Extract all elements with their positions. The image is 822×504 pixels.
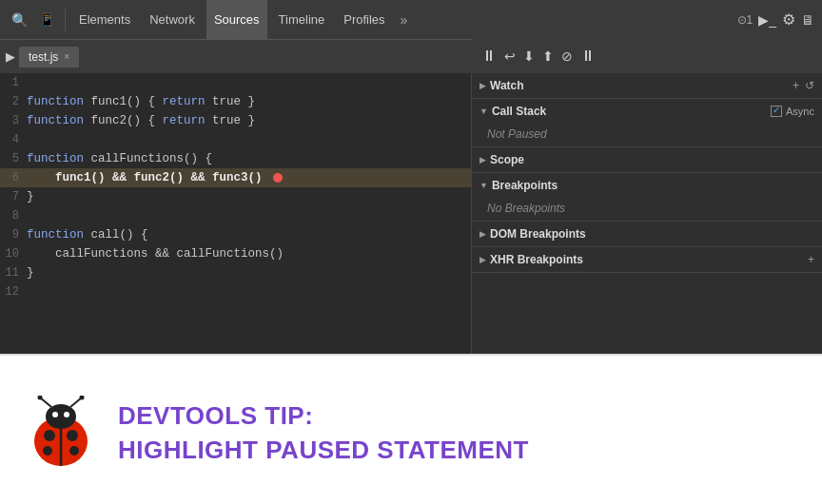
code-line-9: 9 function call() { bbox=[0, 225, 471, 244]
file-tab-close[interactable]: × bbox=[64, 51, 69, 62]
dom-breakpoints-title: DOM Breakpoints bbox=[490, 227, 586, 241]
async-checkbox-area: Async bbox=[771, 106, 814, 117]
more-tabs-icon[interactable]: » bbox=[397, 12, 412, 28]
debug-controls: ⏸ ↩ ⬇ ⬆ ⊘ ⏸ bbox=[472, 39, 822, 73]
terminal-icon[interactable]: ▶_ bbox=[758, 12, 776, 28]
code-line-8: 8 bbox=[0, 206, 471, 225]
code-line-2: 2 function func1() { return true } bbox=[0, 92, 471, 111]
watch-section: ▶ Watch + ↺ bbox=[472, 73, 822, 99]
xhr-breakpoints-actions: + bbox=[808, 253, 814, 266]
step-over-icon[interactable]: ↩ bbox=[504, 48, 516, 64]
code-editor[interactable]: 1 2 function func1() { return true } 3 f… bbox=[0, 73, 471, 301]
run-to-line-icon[interactable]: ▶ bbox=[6, 49, 15, 64]
watch-triangle: ▶ bbox=[480, 81, 486, 90]
watch-title: Watch bbox=[490, 79, 524, 92]
svg-point-11 bbox=[52, 412, 58, 417]
disable-breakpoints-icon[interactable]: ⊘ bbox=[561, 48, 573, 64]
xhr-breakpoints-title: XHR Breakpoints bbox=[490, 253, 583, 266]
file-tab-name: test.js bbox=[29, 50, 58, 64]
scope-title: Scope bbox=[490, 153, 524, 166]
call-stack-section: ▼ Call Stack Async Not Paused bbox=[472, 99, 822, 147]
breakpoints-section: ▼ Breakpoints No Breakpoints bbox=[472, 173, 822, 222]
watch-header[interactable]: ▶ Watch + ↺ bbox=[472, 73, 822, 98]
thread-counter: ⊙1 bbox=[737, 13, 754, 27]
breakpoints-status: No Breakpoints bbox=[472, 198, 822, 221]
call-stack-status: Not Paused bbox=[472, 124, 822, 146]
scope-section: ▶ Scope bbox=[472, 147, 822, 173]
tip-text: DevTools Tip: Highlight Paused Statement bbox=[118, 401, 529, 464]
step-into-icon[interactable]: ⬇ bbox=[523, 48, 535, 64]
pause-icon[interactable]: ⏸ bbox=[481, 48, 497, 65]
ladybug-icon bbox=[23, 396, 99, 472]
code-line-12: 12 bbox=[0, 282, 471, 301]
async-label: Async bbox=[786, 106, 814, 117]
breakpoints-triangle: ▼ bbox=[480, 181, 488, 190]
call-stack-title: Call Stack bbox=[492, 105, 546, 118]
display-icon[interactable]: 🖥 bbox=[801, 12, 814, 28]
code-line-3: 3 function func2() { return true } bbox=[0, 111, 471, 130]
right-panel: ▶ Watch + ↺ ▼ Call Stack Async bbox=[472, 73, 822, 354]
settings-icon[interactable]: ⚙ bbox=[782, 10, 795, 29]
tab-elements[interactable]: Elements bbox=[71, 0, 138, 39]
xhr-breakpoints-section: ▶ XHR Breakpoints + bbox=[472, 247, 822, 273]
svg-point-6 bbox=[69, 446, 79, 456]
mobile-icon[interactable]: 📱 bbox=[35, 12, 59, 28]
breakpoints-header[interactable]: ▼ Breakpoints bbox=[472, 173, 822, 198]
code-line-6: 6 func1() && func2() && func3() bbox=[0, 168, 471, 187]
call-stack-header[interactable]: ▼ Call Stack Async bbox=[472, 99, 822, 124]
watch-actions: + ↺ bbox=[793, 79, 814, 92]
async-checkbox[interactable] bbox=[771, 106, 782, 117]
breakpoints-title: Breakpoints bbox=[492, 179, 558, 192]
xhr-add-icon[interactable]: + bbox=[808, 253, 814, 266]
code-line-5: 5 function callFunctions() { bbox=[0, 149, 471, 168]
tab-profiles[interactable]: Profiles bbox=[336, 0, 392, 39]
tab-timeline[interactable]: Timeline bbox=[271, 0, 333, 39]
top-toolbar: 🔍 📱 Elements Network Sources Timeline Pr… bbox=[0, 0, 822, 39]
dom-breakpoints-triangle: ▶ bbox=[480, 229, 486, 239]
file-tab-testjs[interactable]: test.js × bbox=[19, 47, 79, 68]
dom-breakpoints-header[interactable]: ▶ DOM Breakpoints bbox=[472, 222, 822, 246]
code-line-10: 10 callFunctions && callFunctions() bbox=[0, 244, 471, 263]
tab-network[interactable]: Network bbox=[142, 0, 203, 39]
xhr-breakpoints-triangle: ▶ bbox=[480, 255, 486, 264]
code-line-4: 4 bbox=[0, 130, 471, 149]
toolbar-separator bbox=[65, 9, 66, 31]
scope-triangle: ▶ bbox=[480, 155, 486, 165]
svg-point-5 bbox=[43, 446, 52, 456]
xhr-breakpoints-header[interactable]: ▶ XHR Breakpoints + bbox=[472, 247, 822, 272]
tip-title-line2: Highlight Paused Statement bbox=[118, 436, 529, 465]
dom-breakpoints-section: ▶ DOM Breakpoints bbox=[472, 222, 822, 247]
svg-point-4 bbox=[67, 430, 78, 441]
pause-on-exception-icon[interactable]: ⏸ bbox=[580, 48, 596, 65]
code-line-7: 7 } bbox=[0, 187, 471, 206]
devtools-body: 1 2 function func1() { return true } 3 f… bbox=[0, 73, 822, 354]
svg-point-3 bbox=[44, 430, 55, 441]
watch-add-icon[interactable]: + bbox=[793, 79, 799, 92]
watch-refresh-icon[interactable]: ↺ bbox=[805, 79, 814, 92]
toolbar-right-actions: ⊙1 ▶_ ⚙ 🖥 bbox=[737, 10, 814, 29]
svg-point-12 bbox=[64, 412, 69, 417]
call-stack-triangle: ▼ bbox=[480, 107, 488, 116]
code-line-1: 1 bbox=[0, 73, 471, 92]
code-line-11: 11 } bbox=[0, 263, 471, 282]
search-icon[interactable]: 🔍 bbox=[8, 12, 31, 28]
sources-toolbar: ▶ test.js × ▶| Br ⏸ ↩ ⬇ ⬆ ⊘ ⏸ bbox=[0, 39, 822, 73]
tip-title-line1: DevTools Tip: bbox=[118, 401, 529, 431]
call-stack-actions: Async bbox=[771, 106, 814, 117]
tab-sources[interactable]: Sources bbox=[206, 0, 267, 39]
step-out-icon[interactable]: ⬆ bbox=[542, 48, 554, 64]
code-panel: 1 2 function func1() { return true } 3 f… bbox=[0, 73, 472, 354]
tip-area: DevTools Tip: Highlight Paused Statement bbox=[0, 354, 822, 504]
scope-header[interactable]: ▶ Scope bbox=[472, 147, 822, 172]
